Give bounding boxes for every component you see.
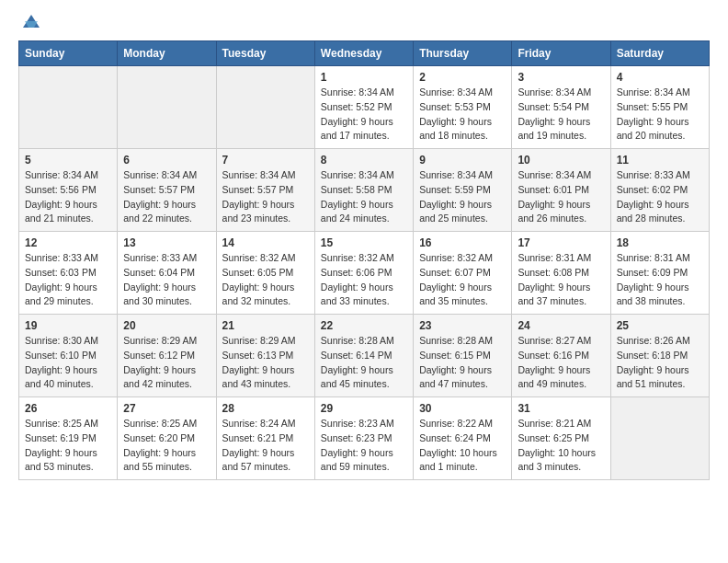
cell-sun-info: Sunrise: 8:34 AMSunset: 5:59 PMDaylight:… [419,168,506,226]
cell-sun-info: Sunrise: 8:33 AMSunset: 6:04 PMDaylight:… [123,251,210,309]
calendar-cell: 25Sunrise: 8:26 AMSunset: 6:18 PMDayligh… [610,315,709,397]
calendar-cell: 16Sunrise: 8:32 AMSunset: 6:07 PMDayligh… [414,232,512,315]
cell-sun-info: Sunrise: 8:33 AMSunset: 6:02 PMDaylight:… [617,168,703,226]
logo-icon [21,11,41,31]
calendar-cell: 15Sunrise: 8:32 AMSunset: 6:06 PMDayligh… [314,232,413,315]
calendar-cell: 22Sunrise: 8:28 AMSunset: 6:14 PMDayligh… [314,315,413,397]
cell-day-number: 10 [518,154,604,167]
cell-sun-info: Sunrise: 8:34 AMSunset: 5:57 PMDaylight:… [123,168,210,226]
calendar-cell: 3Sunrise: 8:34 AMSunset: 5:54 PMDaylight… [512,66,610,149]
day-of-week-header: Thursday [414,41,512,66]
calendar-week-row: 5Sunrise: 8:34 AMSunset: 5:56 PMDaylight… [19,149,710,232]
calendar-cell: 2Sunrise: 8:34 AMSunset: 5:53 PMDaylight… [414,66,512,149]
calendar-cell: 21Sunrise: 8:29 AMSunset: 6:13 PMDayligh… [216,315,314,397]
cell-day-number: 7 [222,154,309,167]
cell-sun-info: Sunrise: 8:25 AMSunset: 6:20 PMDaylight:… [123,417,210,475]
cell-sun-info: Sunrise: 8:26 AMSunset: 6:18 PMDaylight:… [617,334,703,392]
calendar-cell: 17Sunrise: 8:31 AMSunset: 6:08 PMDayligh… [512,232,610,315]
calendar-week-row: 19Sunrise: 8:30 AMSunset: 6:10 PMDayligh… [19,315,710,397]
cell-day-number: 5 [25,154,111,167]
cell-day-number: 24 [518,319,604,332]
cell-day-number: 14 [222,236,309,249]
calendar-cell: 1Sunrise: 8:34 AMSunset: 5:52 PMDaylight… [314,66,413,149]
cell-day-number: 30 [419,402,506,415]
cell-day-number: 20 [123,319,210,332]
cell-sun-info: Sunrise: 8:28 AMSunset: 6:14 PMDaylight:… [321,334,407,392]
cell-day-number: 4 [617,71,703,84]
calendar-cell: 18Sunrise: 8:31 AMSunset: 6:09 PMDayligh… [610,232,709,315]
header-row: SundayMondayTuesdayWednesdayThursdayFrid… [19,41,710,66]
cell-day-number: 31 [518,402,604,415]
cell-day-number: 28 [222,402,309,415]
calendar-cell: 23Sunrise: 8:28 AMSunset: 6:15 PMDayligh… [414,315,512,397]
calendar-cell: 6Sunrise: 8:34 AMSunset: 5:57 PMDaylight… [118,149,216,232]
cell-sun-info: Sunrise: 8:33 AMSunset: 6:03 PMDaylight:… [25,251,111,309]
calendar-week-row: 1Sunrise: 8:34 AMSunset: 5:52 PMDaylight… [19,66,710,149]
calendar-cell [216,66,314,149]
cell-day-number: 12 [25,236,111,249]
calendar-cell: 20Sunrise: 8:29 AMSunset: 6:12 PMDayligh… [118,315,216,397]
calendar-header: SundayMondayTuesdayWednesdayThursdayFrid… [19,41,710,66]
calendar-cell: 30Sunrise: 8:22 AMSunset: 6:24 PMDayligh… [414,397,512,480]
cell-sun-info: Sunrise: 8:28 AMSunset: 6:15 PMDaylight:… [419,334,506,392]
cell-sun-info: Sunrise: 8:34 AMSunset: 5:56 PMDaylight:… [25,168,111,226]
cell-sun-info: Sunrise: 8:34 AMSunset: 5:57 PMDaylight:… [222,168,309,226]
cell-day-number: 21 [222,319,309,332]
cell-sun-info: Sunrise: 8:31 AMSunset: 6:09 PMDaylight:… [617,251,703,309]
day-of-week-header: Monday [118,41,216,66]
cell-day-number: 22 [321,319,407,332]
calendar-cell: 28Sunrise: 8:24 AMSunset: 6:21 PMDayligh… [216,397,314,480]
calendar-cell: 10Sunrise: 8:34 AMSunset: 6:01 PMDayligh… [512,149,610,232]
cell-sun-info: Sunrise: 8:21 AMSunset: 6:25 PMDaylight:… [518,417,604,475]
cell-sun-info: Sunrise: 8:34 AMSunset: 5:52 PMDaylight:… [321,86,407,144]
calendar-cell: 19Sunrise: 8:30 AMSunset: 6:10 PMDayligh… [19,315,118,397]
cell-sun-info: Sunrise: 8:23 AMSunset: 6:23 PMDaylight:… [321,417,407,475]
cell-sun-info: Sunrise: 8:31 AMSunset: 6:08 PMDaylight:… [518,251,604,309]
calendar-cell: 8Sunrise: 8:34 AMSunset: 5:58 PMDaylight… [314,149,413,232]
calendar-week-row: 26Sunrise: 8:25 AMSunset: 6:19 PMDayligh… [19,397,710,480]
cell-sun-info: Sunrise: 8:32 AMSunset: 6:05 PMDaylight:… [222,251,309,309]
cell-sun-info: Sunrise: 8:34 AMSunset: 5:54 PMDaylight:… [518,86,604,144]
cell-sun-info: Sunrise: 8:32 AMSunset: 6:07 PMDaylight:… [419,251,506,309]
cell-sun-info: Sunrise: 8:29 AMSunset: 6:13 PMDaylight:… [222,334,309,392]
day-of-week-header: Saturday [610,41,709,66]
calendar-cell: 24Sunrise: 8:27 AMSunset: 6:16 PMDayligh… [512,315,610,397]
calendar-body: 1Sunrise: 8:34 AMSunset: 5:52 PMDaylight… [19,66,710,480]
page: SundayMondayTuesdayWednesdayThursdayFrid… [0,0,728,495]
cell-sun-info: Sunrise: 8:25 AMSunset: 6:19 PMDaylight:… [25,417,111,475]
cell-day-number: 29 [321,402,407,415]
cell-sun-info: Sunrise: 8:34 AMSunset: 5:55 PMDaylight:… [617,86,703,144]
cell-sun-info: Sunrise: 8:32 AMSunset: 6:06 PMDaylight:… [321,251,407,309]
cell-day-number: 16 [419,236,506,249]
calendar-cell: 26Sunrise: 8:25 AMSunset: 6:19 PMDayligh… [19,397,118,480]
day-of-week-header: Tuesday [216,41,314,66]
cell-day-number: 26 [25,402,111,415]
calendar-cell: 7Sunrise: 8:34 AMSunset: 5:57 PMDaylight… [216,149,314,232]
cell-day-number: 13 [123,236,210,249]
calendar-cell: 13Sunrise: 8:33 AMSunset: 6:04 PMDayligh… [118,232,216,315]
calendar-cell: 5Sunrise: 8:34 AMSunset: 5:56 PMDaylight… [19,149,118,232]
cell-sun-info: Sunrise: 8:30 AMSunset: 6:10 PMDaylight:… [25,334,111,392]
calendar-cell: 27Sunrise: 8:25 AMSunset: 6:20 PMDayligh… [118,397,216,480]
calendar-cell: 4Sunrise: 8:34 AMSunset: 5:55 PMDaylight… [610,66,709,149]
cell-day-number: 8 [321,154,407,167]
calendar-table: SundayMondayTuesdayWednesdayThursdayFrid… [18,40,710,480]
day-of-week-header: Wednesday [314,41,413,66]
logo [18,15,41,31]
day-of-week-header: Friday [512,41,610,66]
calendar-cell: 14Sunrise: 8:32 AMSunset: 6:05 PMDayligh… [216,232,314,315]
calendar-cell [19,66,118,149]
cell-sun-info: Sunrise: 8:22 AMSunset: 6:24 PMDaylight:… [419,417,506,475]
cell-sun-info: Sunrise: 8:34 AMSunset: 5:53 PMDaylight:… [419,86,506,144]
cell-day-number: 9 [419,154,506,167]
day-of-week-header: Sunday [19,41,118,66]
cell-day-number: 15 [321,236,407,249]
header [18,15,710,31]
calendar-cell: 12Sunrise: 8:33 AMSunset: 6:03 PMDayligh… [19,232,118,315]
calendar-week-row: 12Sunrise: 8:33 AMSunset: 6:03 PMDayligh… [19,232,710,315]
cell-sun-info: Sunrise: 8:29 AMSunset: 6:12 PMDaylight:… [123,334,210,392]
cell-sun-info: Sunrise: 8:24 AMSunset: 6:21 PMDaylight:… [222,417,309,475]
cell-day-number: 27 [123,402,210,415]
calendar-cell: 9Sunrise: 8:34 AMSunset: 5:59 PMDaylight… [414,149,512,232]
cell-sun-info: Sunrise: 8:27 AMSunset: 6:16 PMDaylight:… [518,334,604,392]
